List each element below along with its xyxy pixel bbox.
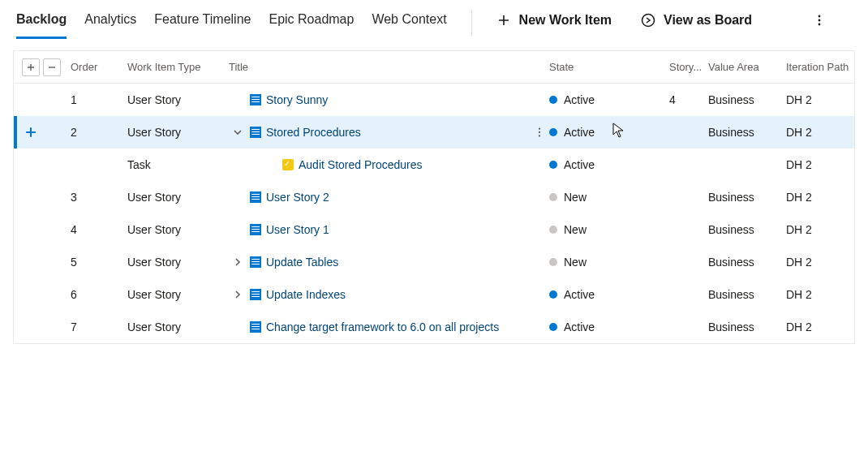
view-as-board-label: View as Board <box>664 13 752 28</box>
state-cell: New <box>549 191 669 204</box>
col-header-value-area[interactable]: Value Area <box>708 61 786 73</box>
title-cell: Update Tables <box>229 256 549 269</box>
type-cell: User Story <box>127 223 229 236</box>
chevron-right-icon[interactable] <box>229 290 247 299</box>
state-cell: New <box>549 223 669 236</box>
state-cell: Active <box>549 320 669 333</box>
tab-analytics[interactable]: Analytics <box>84 9 136 39</box>
table-row[interactable]: 7User StoryChange target framework to 6.… <box>14 311 854 343</box>
state-dot-icon <box>549 161 557 169</box>
col-header-type[interactable]: Work Item Type <box>127 61 229 73</box>
grid-header-row: Order Work Item Type Title State Story..… <box>14 51 854 84</box>
work-item-title-link[interactable]: User Story 1 <box>266 223 329 236</box>
col-header-story-points[interactable]: Story... <box>669 61 708 73</box>
state-cell: Active <box>549 126 669 139</box>
value-area-cell: Business <box>708 126 786 139</box>
table-row[interactable]: 4User StoryUser Story 1NewBusinessDH 2 <box>14 213 854 246</box>
svg-point-0 <box>642 15 655 27</box>
work-item-title-link[interactable]: Update Indexes <box>266 288 346 301</box>
user-story-icon <box>250 321 261 333</box>
state-dot-icon <box>549 290 557 299</box>
value-area-cell: Business <box>708 256 786 269</box>
value-area-cell: Business <box>708 288 786 301</box>
add-child-button[interactable] <box>22 123 40 141</box>
expand-all-button[interactable] <box>22 58 40 76</box>
view-tabs: Backlog Analytics Feature Timeline Epic … <box>16 9 447 39</box>
type-cell: User Story <box>127 93 229 106</box>
table-row[interactable]: TaskAudit Stored ProceduresActiveDH 2 <box>14 148 854 181</box>
iteration-cell: DH 2 <box>786 126 854 139</box>
state-label: New <box>564 223 587 236</box>
table-row[interactable]: 3User StoryUser Story 2NewBusinessDH 2 <box>14 181 854 213</box>
iteration-cell: DH 2 <box>786 158 854 171</box>
work-item-title-link[interactable]: Stored Procedures <box>266 126 361 139</box>
col-header-order[interactable]: Order <box>71 61 127 73</box>
table-row[interactable]: 6User StoryUpdate IndexesActiveBusinessD… <box>14 278 854 311</box>
state-dot-icon <box>549 193 557 201</box>
tab-epic-roadmap[interactable]: Epic Roadmap <box>269 9 354 39</box>
work-item-title-link[interactable]: User Story 2 <box>266 191 329 204</box>
chevron-right-icon[interactable] <box>229 257 247 267</box>
new-work-item-button[interactable]: New Work Item <box>496 10 612 37</box>
value-area-cell: Business <box>708 191 786 204</box>
user-story-icon <box>250 256 261 268</box>
state-cell: Active <box>549 93 669 106</box>
user-story-icon <box>250 224 261 235</box>
collapse-all-button[interactable] <box>43 58 61 76</box>
title-cell: Stored Procedures <box>229 126 549 139</box>
new-work-item-label: New Work Item <box>519 13 612 28</box>
state-dot-icon <box>549 128 557 136</box>
plus-icon <box>496 13 511 28</box>
order-cell: 7 <box>71 320 127 333</box>
work-item-title-link[interactable]: Audit Stored Procedures <box>299 158 423 171</box>
state-cell: Active <box>549 158 669 171</box>
work-item-title-link[interactable]: Update Tables <box>266 256 338 269</box>
title-cell: User Story 2 <box>229 191 549 204</box>
order-cell: 1 <box>71 93 127 106</box>
state-dot-icon <box>549 226 557 234</box>
state-dot-icon <box>549 258 557 266</box>
table-row[interactable]: 2User StoryStored ProceduresActiveBusine… <box>14 116 854 148</box>
view-as-board-button[interactable]: View as Board <box>641 10 752 37</box>
user-story-icon <box>250 94 261 105</box>
col-header-iteration[interactable]: Iteration Path <box>786 61 854 73</box>
state-label: Active <box>564 288 595 301</box>
chevron-down-icon[interactable] <box>229 127 247 137</box>
state-dot-icon <box>549 96 557 104</box>
tab-feature-timeline[interactable]: Feature Timeline <box>154 9 251 39</box>
table-row[interactable]: 1User StoryStory SunnyActive4BusinessDH … <box>14 84 854 116</box>
title-cell: Story Sunny <box>229 93 549 106</box>
work-item-title-link[interactable]: Story Sunny <box>266 93 328 106</box>
backlog-grid: Order Work Item Type Title State Story..… <box>13 50 855 344</box>
state-cell: New <box>549 256 669 269</box>
state-label: Active <box>564 93 595 106</box>
svg-point-2 <box>819 19 821 22</box>
type-cell: User Story <box>127 191 229 204</box>
order-cell: 5 <box>71 256 127 269</box>
row-more-button[interactable] <box>531 124 548 140</box>
table-row[interactable]: 5User StoryUpdate TablesNewBusinessDH 2 <box>14 246 854 278</box>
top-bar: Backlog Analytics Feature Timeline Epic … <box>0 0 868 39</box>
more-actions-button[interactable] <box>811 15 827 32</box>
svg-point-1 <box>819 15 821 18</box>
tab-backlog[interactable]: Backlog <box>16 9 67 39</box>
task-icon <box>282 159 294 170</box>
state-label: New <box>564 256 587 269</box>
iteration-cell: DH 2 <box>786 256 854 269</box>
work-item-title-link[interactable]: Change target framework to 6.0 on all pr… <box>266 320 499 333</box>
value-area-cell: Business <box>708 320 786 333</box>
type-cell: User Story <box>127 126 229 139</box>
col-header-title[interactable]: Title <box>229 61 549 73</box>
title-cell: Audit Stored Procedures <box>229 158 549 171</box>
title-cell: Change target framework to 6.0 on all pr… <box>229 320 549 333</box>
svg-point-3 <box>819 24 821 26</box>
col-header-state[interactable]: State <box>549 61 669 73</box>
iteration-cell: DH 2 <box>786 320 854 333</box>
state-label: New <box>564 191 587 204</box>
title-cell: User Story 1 <box>229 223 549 236</box>
order-cell: 2 <box>71 126 127 139</box>
title-cell: Update Indexes <box>229 288 549 301</box>
state-label: Active <box>564 126 595 139</box>
order-cell: 6 <box>71 288 127 301</box>
tab-web-context[interactable]: Web Context <box>372 9 446 39</box>
